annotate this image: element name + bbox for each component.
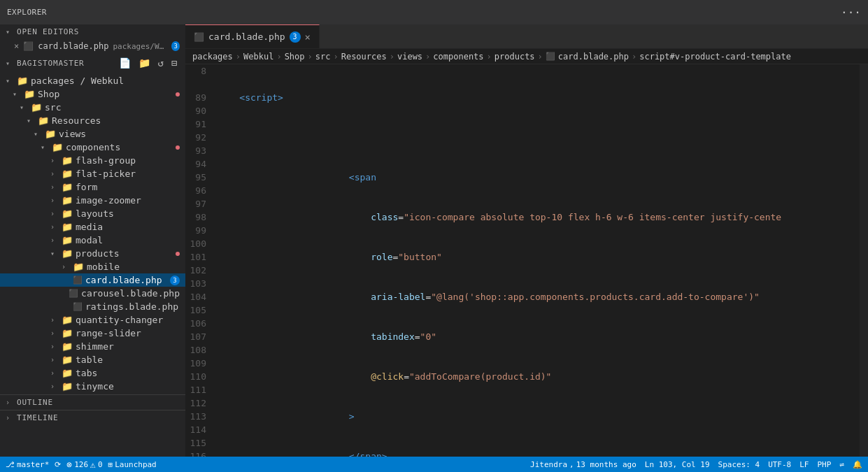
folder-icon: 📁: [17, 76, 28, 86]
tree-item-components[interactable]: 📁 components: [0, 141, 185, 154]
sync-icon-item[interactable]: ⟳: [55, 460, 61, 469]
sep3: ›: [308, 52, 313, 62]
outline-label: OUTLINE: [17, 398, 53, 407]
tree-item-tabs[interactable]: 📁 tabs: [0, 366, 185, 380]
bc-script[interactable]: script#v-product-card-template: [639, 52, 791, 62]
bc-components[interactable]: components: [433, 52, 483, 62]
title-bar: EXPLORER ···: [0, 0, 868, 24]
cursor-pos-item[interactable]: Ln 103, Col 19: [645, 460, 710, 469]
collapse-icon[interactable]: ⊟: [169, 56, 180, 70]
folder-icon-src: 📁: [31, 102, 42, 113]
chevron-src: [20, 103, 28, 111]
tree-item-modal[interactable]: 📁 modal: [0, 234, 185, 247]
outline-header[interactable]: OUTLINE: [0, 395, 185, 410]
breadcrumb: packages › Webkul › Shop › src › Resourc…: [185, 49, 868, 64]
dot-shop: [176, 92, 180, 96]
folder-icon-quantity-changer: 📁: [62, 315, 73, 325]
tree-item-shimmer[interactable]: 📁 shimmer: [0, 340, 185, 353]
tree-item-flash-group[interactable]: 📁 flash-group: [0, 154, 185, 167]
git-user-item[interactable]: Jitendra , 13 months ago: [530, 460, 636, 469]
tree-label-media: media: [76, 222, 103, 232]
sep7: ›: [487, 52, 492, 62]
tree-item-table[interactable]: 📁 table: [0, 353, 185, 366]
bc-shop[interactable]: Shop: [285, 52, 305, 62]
bc-views[interactable]: views: [397, 52, 422, 62]
git-branch-item[interactable]: ⎇ master*: [6, 460, 49, 469]
tree-item-media[interactable]: 📁 media: [0, 220, 185, 234]
tree-label-products: products: [76, 248, 120, 259]
sep2: ›: [276, 52, 281, 62]
file-tree: 📁 packages / Webkul 📁 Shop 📁 src 📁 Resou…: [0, 73, 185, 394]
bc-card-blade[interactable]: card.blade.php: [558, 52, 629, 62]
new-folder-icon[interactable]: 📁: [136, 56, 153, 70]
warning-count: 0: [98, 460, 103, 469]
open-editor-item[interactable]: × ⬛ card.blade.php packages/We... 3: [0, 39, 185, 53]
sep9: ›: [632, 52, 636, 62]
bagistomaster-section[interactable]: BAGISTOMASTER 📄 📁 ↺ ⊟: [0, 53, 185, 73]
code-content[interactable]: <script> <span class="icon-compare absol…: [212, 64, 860, 457]
bc-products[interactable]: products: [495, 52, 535, 62]
status-bar: ⎇ master* ⟳ ⊗ 126 ⚠ 0 ⊞ Launchpad Jitend…: [0, 457, 868, 472]
tree-item-views[interactable]: 📁 views: [0, 127, 185, 141]
tree-item-packages-webkul[interactable]: 📁 packages / Webkul: [0, 74, 185, 87]
language-item[interactable]: PHP: [818, 460, 832, 469]
error-count-item[interactable]: ⊗ 126 ⚠ 0: [66, 459, 102, 470]
warning-icon: ⚠: [90, 459, 96, 470]
code-area[interactable]: 8 89 90 91 92 93 94 95 96 97 98 99 100 1…: [185, 64, 868, 457]
folder-icon-views: 📁: [45, 129, 56, 139]
bell-icon-item[interactable]: 🔔: [853, 460, 862, 469]
tree-item-range-slider[interactable]: 📁 range-slider: [0, 327, 185, 340]
tree-item-quantity-changer[interactable]: 📁 quantity-changer: [0, 313, 185, 327]
tree-item-form[interactable]: 📁 form: [0, 180, 185, 194]
folder-icon-modal: 📁: [62, 235, 73, 245]
bc-packages[interactable]: packages: [192, 52, 233, 62]
open-editors-section[interactable]: OPEN EDITORS: [0, 24, 185, 39]
new-file-icon[interactable]: 📄: [117, 56, 134, 70]
remote-icon: ⇌: [839, 460, 844, 469]
folder-icon-resources: 📁: [38, 115, 49, 126]
tab-close-button[interactable]: ×: [305, 31, 311, 43]
line-ending-item[interactable]: LF: [799, 460, 809, 469]
tree-label-flash-group: flash-group: [76, 155, 136, 166]
spaces-item[interactable]: Spaces: 4: [718, 460, 760, 469]
tree-item-flat-picker[interactable]: 📁 flat-picker: [0, 167, 185, 180]
tree-item-shop[interactable]: 📁 Shop: [0, 87, 185, 101]
launchpad-label: Launchpad: [115, 460, 157, 469]
error-icon: ⊗: [66, 459, 72, 470]
tree-item-tinymce[interactable]: 📁 tinymce: [0, 380, 185, 393]
folder-icon-components: 📁: [52, 142, 63, 152]
tree-item-layouts[interactable]: 📁 layouts: [0, 207, 185, 220]
tree-item-carousel-blade[interactable]: ⬛ carousel.blade.php: [0, 287, 185, 300]
bc-webkul[interactable]: Webkul: [243, 52, 273, 62]
open-editors-label: OPEN EDITORS: [17, 27, 79, 36]
bc-resources[interactable]: Resources: [341, 52, 387, 62]
folder-icon-layouts: 📁: [62, 208, 73, 219]
folder-icon-products: 📁: [62, 248, 73, 259]
tree-label-views: views: [59, 129, 86, 139]
close-icon[interactable]: ×: [14, 41, 19, 51]
tree-item-ratings-blade[interactable]: ⬛ ratings.blade.php: [0, 300, 185, 313]
launchpad-item[interactable]: ⊞ Launchpad: [108, 460, 157, 469]
remote-icon-item[interactable]: ⇌: [839, 460, 844, 469]
tab-card-blade[interactable]: ⬛ card.blade.php 3 ×: [185, 24, 320, 48]
chevron-table: [50, 356, 59, 364]
chevron-flash-group: [50, 157, 59, 164]
refresh-icon[interactable]: ↺: [156, 56, 166, 70]
more-actions-button[interactable]: ···: [841, 6, 861, 19]
tree-item-resources[interactable]: 📁 Resources: [0, 114, 185, 127]
encoding-item[interactable]: UTF-8: [768, 460, 791, 469]
bc-src[interactable]: src: [315, 52, 331, 62]
bell-icon: 🔔: [853, 460, 862, 469]
open-editor-filename: card.blade.php: [38, 41, 108, 51]
tree-label-layouts: layouts: [76, 208, 114, 219]
open-editor-badge: 3: [171, 41, 180, 51]
tree-item-src[interactable]: 📁 src: [0, 101, 185, 114]
tree-item-mobile[interactable]: 📁 mobile: [0, 260, 185, 273]
open-editors-chevron: [6, 28, 14, 36]
tree-item-card-blade[interactable]: ⬛ card.blade.php 3: [0, 273, 185, 287]
sep4: ›: [333, 52, 338, 62]
tree-item-image-zoomer[interactable]: 📁 image-zoomer: [0, 194, 185, 207]
sep5: ›: [390, 52, 394, 62]
tree-item-products[interactable]: 📁 products: [0, 247, 185, 260]
timeline-header[interactable]: TIMELINE: [0, 410, 185, 425]
